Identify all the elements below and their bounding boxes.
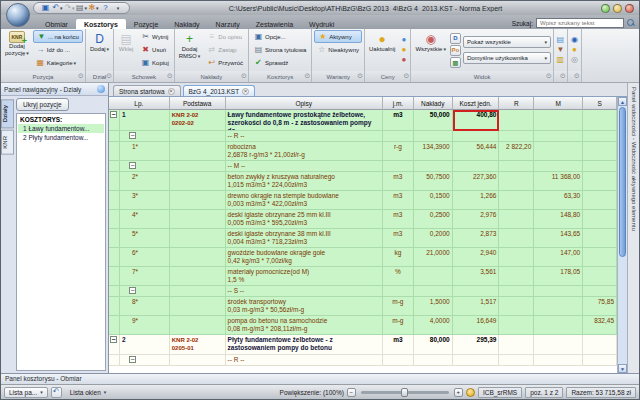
ribbon-button-zastąp[interactable]: ⇄Zastąp: [204, 43, 246, 56]
cell-koszt[interactable]: 16,649: [453, 316, 500, 335]
nav-side-tab-działy[interactable]: Działy: [1, 99, 14, 128]
doc-blue-icon[interactable]: ▤: [556, 36, 565, 45]
group-dialog-launcher-icon[interactable]: ⊙: [574, 72, 580, 79]
cell-naklady[interactable]: 50,7500: [414, 172, 453, 191]
menu-tab-zestawienia[interactable]: Zestawienia: [248, 19, 301, 29]
cell-opis[interactable]: materiały pomocnicze(od M)1,5 %: [226, 267, 383, 286]
cell-naklady[interactable]: [414, 355, 453, 366]
zoom-slider[interactable]: [361, 391, 449, 394]
menu-tab-narzuty[interactable]: Narzuty: [208, 19, 248, 29]
column-header-m[interactable]: M: [534, 97, 583, 110]
cell-podstawa[interactable]: [170, 267, 226, 286]
cell-koszt[interactable]: 3,561: [453, 267, 500, 286]
cell-s[interactable]: 832,45: [583, 316, 617, 335]
cell-m[interactable]: 178,05: [534, 267, 583, 286]
cell-koszt[interactable]: [453, 286, 500, 297]
cell-m[interactable]: [534, 161, 583, 172]
zoom-slider-thumb[interactable]: [401, 388, 408, 397]
cell-lp[interactable]: 8*: [120, 297, 170, 316]
group-dialog-launcher-icon[interactable]: ⊙: [106, 72, 112, 79]
cell-naklady[interactable]: 0,2500: [414, 210, 453, 229]
cell-opis[interactable]: -- M --: [226, 161, 383, 172]
cell-naklady[interactable]: [414, 267, 453, 286]
cell-opis[interactable]: środek transportowy0,03 m-g/m3 * 50,56zł…: [226, 297, 383, 316]
cell-naklady[interactable]: [414, 131, 453, 142]
cell-m[interactable]: [534, 286, 583, 297]
menu-tab-kosztorys[interactable]: Kosztorys: [76, 19, 126, 29]
cell-lp[interactable]: 9*: [120, 316, 170, 335]
cell-r[interactable]: [499, 161, 534, 172]
tab-close-icon[interactable]: ×: [168, 88, 175, 95]
cell-s[interactable]: [583, 248, 617, 267]
vertical-scrollbar[interactable]: ▲ ▼: [617, 97, 627, 373]
estimate-row-1[interactable]: −1KNR 2-020202-02Ławy fundamentowe prost…: [109, 110, 617, 131]
group-dialog-launcher-icon[interactable]: ⊙: [404, 72, 410, 79]
ribbon-button-sprawdź[interactable]: ✔Sprawdź: [251, 56, 309, 69]
expander-icon[interactable]: −: [129, 287, 136, 294]
cell-expander[interactable]: [109, 172, 120, 191]
cell-opis[interactable]: drewno okrągłe na stemple budowlane0,003…: [226, 191, 383, 210]
column-header-podstawa[interactable]: Podstawa: [170, 97, 226, 110]
column-header-nak-ady[interactable]: Nakłady: [414, 97, 453, 110]
cell-opis[interactable]: deski iglaste obrzynane 25 mm kl.III0,00…: [226, 210, 383, 229]
cell-naklady[interactable]: [414, 161, 453, 172]
cell-naklady[interactable]: 0,1500: [414, 191, 453, 210]
view-dropdown-domyślne-użytkownika[interactable]: Domyślne użytkownika: [463, 52, 551, 64]
cell-s[interactable]: [583, 335, 617, 355]
cell-koszt[interactable]: [453, 355, 500, 366]
cell-jm[interactable]: [383, 355, 414, 366]
cell-opis[interactable]: pompa do betonu na samochodzie0,08 m-g/m…: [226, 316, 383, 335]
document-tab[interactable]: Strona startowa×: [113, 85, 181, 96]
book-icon[interactable]: ▥: [556, 56, 565, 65]
cell-podstawa[interactable]: [170, 229, 226, 248]
globe-icon[interactable]: ◉: [570, 36, 579, 45]
cell-lp[interactable]: −: [120, 286, 170, 297]
zoom-out-icon[interactable]: −: [347, 388, 356, 397]
ribbon-button-strona-tytułowa[interactable]: ▤Strona tytułowa: [251, 43, 309, 56]
group-dialog-launcher-icon[interactable]: ⊙: [546, 72, 552, 79]
cell-podstawa[interactable]: [170, 316, 226, 335]
cell-podstawa[interactable]: [170, 297, 226, 316]
cell-koszt[interactable]: 400,80: [453, 110, 500, 131]
cell-r[interactable]: [499, 297, 534, 316]
cell-expander[interactable]: [109, 142, 120, 161]
cell-s[interactable]: 75,85: [583, 297, 617, 316]
cell-m[interactable]: 63,30: [534, 191, 583, 210]
cell-s[interactable]: [583, 161, 617, 172]
cell-podstawa[interactable]: [170, 210, 226, 229]
cell-expander[interactable]: [109, 316, 120, 335]
estimate-row-1*[interactable]: 1*robocizna2,6878 r-g/m3 * 21,00zł/r-gr-…: [109, 142, 617, 161]
cell-m[interactable]: [534, 316, 583, 335]
column-header-opisy[interactable]: Opisy: [226, 97, 383, 110]
cell-koszt[interactable]: 2,976: [453, 210, 500, 229]
cell-podstawa[interactable]: [170, 161, 226, 172]
coin-blue-icon[interactable]: ●: [399, 36, 408, 45]
scroll-up-icon[interactable]: ▲: [618, 97, 627, 106]
cell-koszt[interactable]: 1,517: [453, 297, 500, 316]
cell-jm[interactable]: kg: [383, 248, 414, 267]
cell-r[interactable]: [499, 286, 534, 297]
cell-s[interactable]: [583, 229, 617, 248]
cell-lp[interactable]: 2*: [120, 172, 170, 191]
cell-jm[interactable]: %: [383, 267, 414, 286]
cell-koszt[interactable]: 56,444: [453, 142, 500, 161]
estimate-row-8*[interactable]: 8*środek transportowy0,03 m-g/m3 * 50,56…: [109, 297, 617, 316]
menu-tab-nakłady[interactable]: Nakłady: [166, 19, 207, 29]
cell-naklady[interactable]: 134,3900: [414, 142, 453, 161]
cell-jm[interactable]: [383, 286, 414, 297]
cell-jm[interactable]: r-g: [383, 142, 414, 161]
cell-expander[interactable]: [109, 229, 120, 248]
cell-jm[interactable]: [383, 161, 414, 172]
undo-icon[interactable]: ↶: [53, 4, 62, 13]
cell-s[interactable]: [583, 267, 617, 286]
cell-r[interactable]: [499, 267, 534, 286]
cell-lp[interactable]: 3*: [120, 191, 170, 210]
cell-expander[interactable]: [109, 248, 120, 267]
cell-koszt[interactable]: [453, 161, 500, 172]
cell-podstawa[interactable]: [170, 172, 226, 191]
estimate-row-9*[interactable]: 9*pompa do betonu na samochodzie0,08 m-g…: [109, 316, 617, 335]
expander-icon[interactable]: −: [129, 132, 136, 139]
hide-positions-button[interactable]: Ukryj pozycje: [16, 98, 69, 111]
ribbon-button--na-końcu[interactable]: ▼... na końcu: [33, 30, 83, 43]
estimate-row-5*[interactable]: 5*deski iglaste obrzynane 38 mm kl.III0,…: [109, 229, 617, 248]
